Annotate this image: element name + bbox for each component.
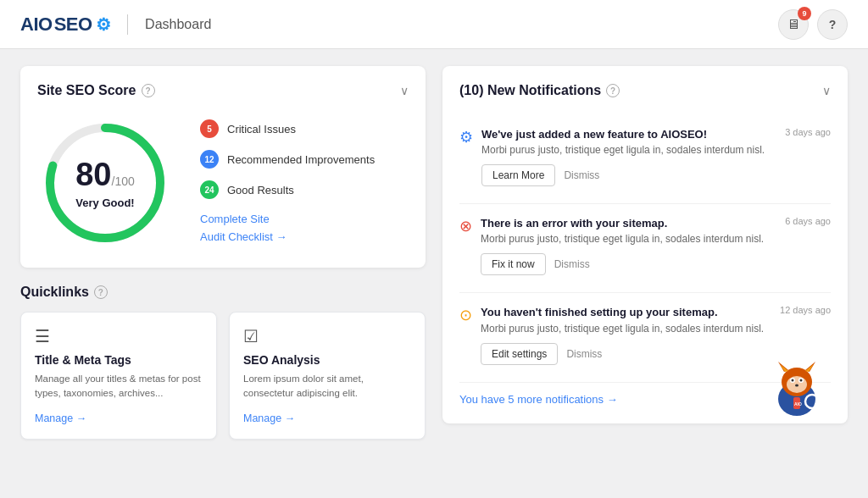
notif-0-dismiss-btn[interactable]: Dismiss xyxy=(564,165,599,185)
notif-2-title-row: You haven't finished setting up your sit… xyxy=(481,305,831,320)
header-divider xyxy=(127,14,128,35)
seo-analysis-icon: ☑ xyxy=(243,326,411,346)
metric-good: 24 Good Results xyxy=(200,180,409,199)
quicklinks-section: Quicklinks ? ☰ Title & Meta Tags Manage … xyxy=(20,285,426,440)
notification-badge: 9 xyxy=(798,7,811,20)
recommended-label: Recommended Improvements xyxy=(227,153,375,166)
notif-0-primary-btn[interactable]: Learn More xyxy=(481,164,555,186)
notif-1-title: There is an error with your sitemap. xyxy=(481,216,667,231)
notif-1-title-row: There is an error with your sitemap. 6 d… xyxy=(481,216,831,231)
notif-2-time: 12 days ago xyxy=(780,305,831,315)
critical-badge: 5 xyxy=(200,119,219,138)
svg-point-10 xyxy=(800,379,803,381)
score-circle: 80/100 Very Good! xyxy=(37,115,173,251)
notif-0-gear-icon: ⚙ xyxy=(459,128,473,147)
svg-point-11 xyxy=(795,384,798,386)
notifications-help-icon[interactable]: ? xyxy=(606,84,620,97)
notif-1-error-icon: ⊗ xyxy=(459,217,472,235)
good-badge: 24 xyxy=(200,180,219,199)
svg-line-13 xyxy=(817,407,822,412)
header-left: AIOSEO⚙ Dashboard xyxy=(20,14,211,36)
logo: AIOSEO⚙ xyxy=(20,14,110,36)
logo-gear-icon: ⚙ xyxy=(96,14,111,35)
notif-1-primary-btn[interactable]: Fix it now xyxy=(481,253,546,275)
seo-score-collapse-icon[interactable]: ∨ xyxy=(400,84,409,97)
critical-label: Critical Issues xyxy=(227,123,296,136)
notif-0-title: We've just added a new feature to AIOSEO… xyxy=(481,127,707,142)
app-header: AIOSEO⚙ Dashboard 🖥 9 ? xyxy=(0,0,868,49)
more-notifications-link[interactable]: You have 5 more notifications → xyxy=(459,393,618,406)
score-number: 80/100 xyxy=(75,157,135,193)
audit-link-area: Complete Site Audit Checklist → xyxy=(200,211,409,246)
left-column: Site SEO Score ? ∨ 80/100 Very xyxy=(20,66,426,440)
score-metrics: 5 Critical Issues 12 Recommended Improve… xyxy=(200,119,409,246)
screen-icon: 🖥 xyxy=(787,17,800,32)
notifications-card-header: (10) New Notifications ? ∨ xyxy=(459,83,831,98)
seo-score-title: Site SEO Score ? xyxy=(37,83,155,98)
notif-2-desc: Morbi purus justo, tristique eget ligula… xyxy=(481,321,831,336)
quicklinks-header: Quicklinks ? xyxy=(20,285,426,300)
fox-mascot: AIO xyxy=(763,355,831,423)
page-title: Dashboard xyxy=(145,17,211,32)
good-label: Good Results xyxy=(227,184,294,196)
right-column: (10) New Notifications ? ∨ ⚙ We've just … xyxy=(442,66,848,440)
notifications-panel: (10) New Notifications ? ∨ ⚙ We've just … xyxy=(442,66,848,423)
audit-checklist-link[interactable]: Complete Site Audit Checklist → xyxy=(200,211,409,246)
quicklink-title-1: SEO Analysis xyxy=(243,353,411,367)
seo-score-card: Site SEO Score ? ∨ 80/100 Very xyxy=(20,66,426,268)
svg-point-9 xyxy=(792,379,794,381)
quicklink-desc-1: Lorem ipsum dolor sit amet, consectetur … xyxy=(243,372,411,401)
notif-1-actions: Fix it now Dismiss xyxy=(481,253,831,275)
header-right: 🖥 9 ? xyxy=(778,9,848,40)
quicklink-card-0: ☰ Title & Meta Tags Manage all your titl… xyxy=(20,312,217,440)
metric-critical: 5 Critical Issues xyxy=(200,119,409,138)
quicklinks-grid: ☰ Title & Meta Tags Manage all your titl… xyxy=(20,312,426,440)
notifications-title: (10) New Notifications ? xyxy=(459,83,620,98)
logo-seo: SEO xyxy=(54,14,92,36)
notif-1-title-area: There is an error with your sitemap. 6 d… xyxy=(481,216,831,275)
notif-0-desc: Morbi purus justo, tristique eget ligula… xyxy=(481,142,831,158)
screen-button[interactable]: 🖥 9 xyxy=(778,9,809,40)
notif-2-title: You haven't finished setting up your sit… xyxy=(481,305,718,320)
title-meta-icon: ☰ xyxy=(35,326,203,346)
quicklink-card-1: ☑ SEO Analysis Lorem ipsum dolor sit ame… xyxy=(229,312,426,440)
metric-recommended: 12 Recommended Improvements xyxy=(200,150,409,169)
notif-0-title-area: We've just added a new feature to AIOSEO… xyxy=(481,127,831,186)
notif-1-desc: Morbi purus justo, tristique eget ligula… xyxy=(481,231,831,246)
quicklink-desc-0: Manage all your titles & metas for post … xyxy=(35,372,203,401)
notif-2-primary-btn[interactable]: Edit settings xyxy=(481,343,558,365)
notif-1-header-row: ⊗ There is an error with your sitemap. 6… xyxy=(459,216,831,275)
help-button[interactable]: ? xyxy=(817,9,848,40)
notif-0-actions: Learn More Dismiss xyxy=(481,164,831,186)
seo-score-card-header: Site SEO Score ? ∨ xyxy=(37,83,409,98)
notif-2-dismiss-btn[interactable]: Dismiss xyxy=(566,344,602,364)
svg-text:AIO: AIO xyxy=(794,401,802,407)
quicklink-manage-1[interactable]: Manage → xyxy=(243,412,295,424)
notif-2-warning-icon: ⊙ xyxy=(459,306,472,324)
notif-0-title-row: We've just added a new feature to AIOSEO… xyxy=(481,127,831,142)
notif-1-time: 6 days ago xyxy=(785,216,831,226)
notif-0-header-row: ⚙ We've just added a new feature to AIOS… xyxy=(459,127,831,186)
help-icon: ? xyxy=(829,18,837,31)
quicklink-manage-0[interactable]: Manage → xyxy=(35,412,86,424)
quicklinks-title: Quicklinks xyxy=(20,285,89,300)
seo-score-help-icon[interactable]: ? xyxy=(142,84,155,97)
main-content: Site SEO Score ? ∨ 80/100 Very xyxy=(0,49,868,456)
logo-text: AIO xyxy=(20,14,53,36)
notifications-collapse-icon[interactable]: ∨ xyxy=(822,84,831,97)
seo-score-body: 80/100 Very Good! 5 Critical Issues xyxy=(37,115,409,251)
fox-mascot-svg: AIO xyxy=(763,355,831,423)
notif-1-dismiss-btn[interactable]: Dismiss xyxy=(554,254,590,274)
quicklink-title-0: Title & Meta Tags xyxy=(35,353,203,367)
notification-item-0: ⚙ We've just added a new feature to AIOS… xyxy=(459,115,831,204)
notification-item-1: ⊗ There is an error with your sitemap. 6… xyxy=(459,204,831,293)
score-circle-inner: 80/100 Very Good! xyxy=(75,157,135,209)
notif-0-time: 3 days ago xyxy=(785,127,831,137)
score-label: Very Good! xyxy=(75,196,135,209)
recommended-badge: 12 xyxy=(200,150,219,169)
quicklinks-help-icon[interactable]: ? xyxy=(94,285,108,299)
